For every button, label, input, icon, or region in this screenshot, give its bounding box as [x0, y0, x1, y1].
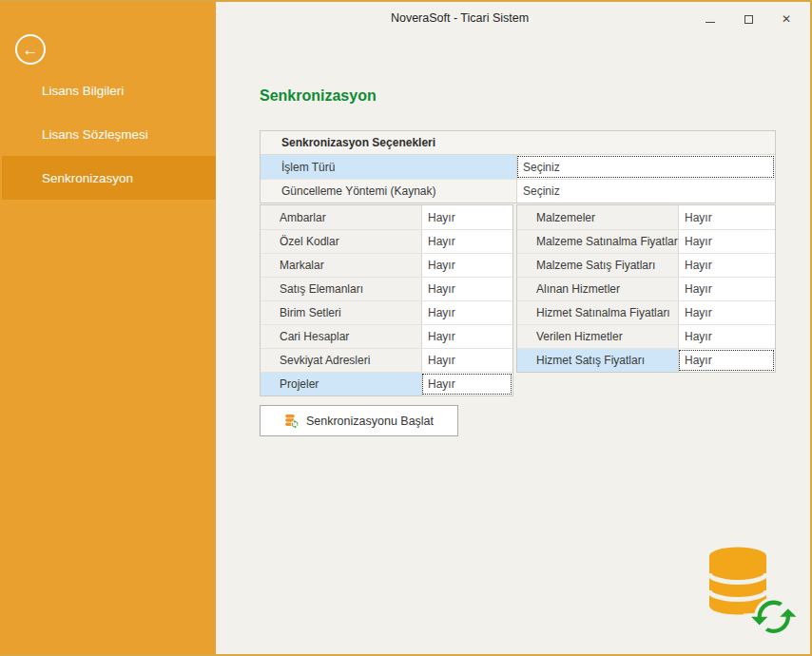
- grid-row-value-dropdown[interactable]: Hayır: [678, 205, 775, 229]
- grid-row: Projeler Hayır: [261, 372, 512, 396]
- grid-row-value-dropdown[interactable]: Hayır: [421, 349, 512, 372]
- grid-row-value-dropdown[interactable]: Hayır: [421, 325, 512, 348]
- grid-row-value-dropdown[interactable]: Hayır: [678, 349, 775, 372]
- grid-row: Satış Elemanları Hayır: [261, 277, 512, 300]
- grid-row-value-dropdown[interactable]: Hayır: [678, 254, 775, 277]
- sync-database-icon: [707, 546, 799, 643]
- grid-row-label[interactable]: Satış Elemanları: [261, 278, 421, 300]
- entities-grid-left: Ambarlar Hayır Özel Kodlar Hayır Markala…: [260, 204, 513, 396]
- option-row-value-dropdown[interactable]: Seçiniz: [516, 155, 775, 179]
- entities-grid-right: Malzemeler Hayır Malzeme Satınalma Fiyat…: [516, 204, 776, 373]
- grid-row-label[interactable]: Verilen Hizmetler: [517, 325, 678, 348]
- grid-row-label[interactable]: Malzeme Satınalma Fiyatları: [517, 230, 678, 253]
- caption-buttons: ✕: [696, 8, 801, 30]
- grid-row: Birim Setleri Hayır: [261, 300, 512, 324]
- grid-row: Hizmet Satınalma Fiyatları Hayır: [517, 300, 775, 324]
- sidebar-item-label: Lisans Sözleşmesi: [42, 127, 148, 142]
- back-button[interactable]: ←: [15, 34, 46, 65]
- grid-row: Verilen Hizmetler Hayır: [517, 324, 775, 348]
- app-window: ← Lisans Bilgileri Lisans Sözleşmesi Sen…: [0, 0, 812, 656]
- minimize-icon: [706, 15, 715, 23]
- grid-row-label[interactable]: Ambarlar: [261, 205, 421, 229]
- grid-row-label[interactable]: Birim Setleri: [261, 301, 421, 324]
- maximize-icon: [744, 15, 753, 24]
- option-row: Güncelleme Yöntemi (Kaynak) Seçiniz: [261, 179, 775, 203]
- grid-row-label[interactable]: Alınan Hizmetler: [517, 278, 678, 300]
- window-title: NoveraSoft - Ticari Sistem: [216, 11, 704, 25]
- grid-row-label[interactable]: Hizmet Satış Fiyatları: [517, 349, 678, 372]
- grid-row-value-dropdown[interactable]: Hayır: [421, 230, 512, 253]
- sync-options-table: Senkronizasyon Seçenekleri İşlem Türü Se…: [260, 130, 776, 203]
- sidebar-item[interactable]: Senkronizasyon: [2, 156, 216, 200]
- sidebar-item-label: Lisans Bilgileri: [42, 84, 124, 98]
- sidebar-item-label: Senkronizasyon: [42, 171, 133, 185]
- grid-row: Malzeme Satış Fiyatları Hayır: [517, 253, 775, 277]
- grid-row-label[interactable]: Hizmet Satınalma Fiyatları: [517, 301, 678, 324]
- grid-row-value-dropdown[interactable]: Hayır: [678, 278, 775, 300]
- grid-row-value-dropdown[interactable]: Hayır: [421, 278, 512, 300]
- grid-row-label[interactable]: Malzeme Satış Fiyatları: [517, 254, 678, 277]
- close-icon: ✕: [782, 13, 791, 25]
- grid-row-value-dropdown[interactable]: Hayır: [421, 254, 512, 277]
- grid-row-label[interactable]: Malzemeler: [517, 205, 678, 229]
- grid-row-value-dropdown[interactable]: Hayır: [421, 205, 512, 229]
- grid-row: Cari Hesaplar Hayır: [261, 324, 512, 348]
- grid-row-value-dropdown[interactable]: Hayır: [678, 301, 775, 324]
- minimize-button[interactable]: [696, 8, 725, 30]
- grid-row: Malzeme Satınalma Fiyatları Hayır: [517, 229, 775, 253]
- maximize-button[interactable]: [734, 8, 763, 30]
- sync-database-small-icon: [284, 414, 300, 429]
- sync-options-table-header: Senkronizasyon Seçenekleri: [261, 131, 775, 155]
- grid-row-label[interactable]: Sevkiyat Adresleri: [261, 349, 421, 372]
- grid-row-value-dropdown[interactable]: Hayır: [421, 301, 512, 324]
- grid-row: Özel Kodlar Hayır: [261, 229, 512, 253]
- grid-row-label[interactable]: Cari Hesaplar: [261, 325, 421, 348]
- grid-row-label[interactable]: Özel Kodlar: [261, 230, 421, 253]
- option-row-value-dropdown[interactable]: Seçiniz: [516, 180, 775, 203]
- sidebar-item[interactable]: Lisans Sözleşmesi: [2, 112, 216, 156]
- sidebar-nav: Lisans Bilgileri Lisans Sözleşmesi Senkr…: [2, 68, 216, 200]
- grid-row-value-dropdown[interactable]: Hayır: [678, 325, 775, 348]
- page-title: Senkronizasyon: [260, 87, 377, 105]
- grid-row: Hizmet Satış Fiyatları Hayır: [517, 348, 775, 372]
- option-row-label[interactable]: Güncelleme Yöntemi (Kaynak): [261, 180, 516, 203]
- grid-row-value-dropdown[interactable]: Hayır: [678, 230, 775, 253]
- grid-row-label[interactable]: Projeler: [261, 373, 421, 396]
- grid-row-label[interactable]: Markalar: [261, 254, 421, 277]
- sync-options-rows: İşlem Türü Seçiniz Güncelleme Yöntemi (K…: [261, 155, 775, 203]
- start-sync-button[interactable]: Senkronizasyonu Başlat: [260, 405, 458, 436]
- close-button[interactable]: ✕: [772, 8, 801, 30]
- option-row-label[interactable]: İşlem Türü: [261, 155, 516, 179]
- grid-row: Markalar Hayır: [261, 253, 512, 277]
- sidebar: ← Lisans Bilgileri Lisans Sözleşmesi Sen…: [2, 2, 216, 654]
- sidebar-item[interactable]: Lisans Bilgileri: [2, 68, 216, 112]
- grid-row: Ambarlar Hayır: [261, 205, 512, 229]
- main-panel: NoveraSoft - Ticari Sistem ✕ Senkronizas…: [216, 2, 810, 654]
- back-arrow-icon: ←: [23, 42, 39, 58]
- start-sync-button-label: Senkronizasyonu Başlat: [306, 415, 434, 428]
- titlebar[interactable]: NoveraSoft - Ticari Sistem ✕: [216, 2, 810, 36]
- grid-row: Alınan Hizmetler Hayır: [517, 277, 775, 300]
- grid-row: Malzemeler Hayır: [517, 205, 775, 229]
- grid-row-value-dropdown[interactable]: Hayır: [421, 373, 512, 396]
- option-row: İşlem Türü Seçiniz: [261, 155, 775, 179]
- grid-row: Sevkiyat Adresleri Hayır: [261, 348, 512, 372]
